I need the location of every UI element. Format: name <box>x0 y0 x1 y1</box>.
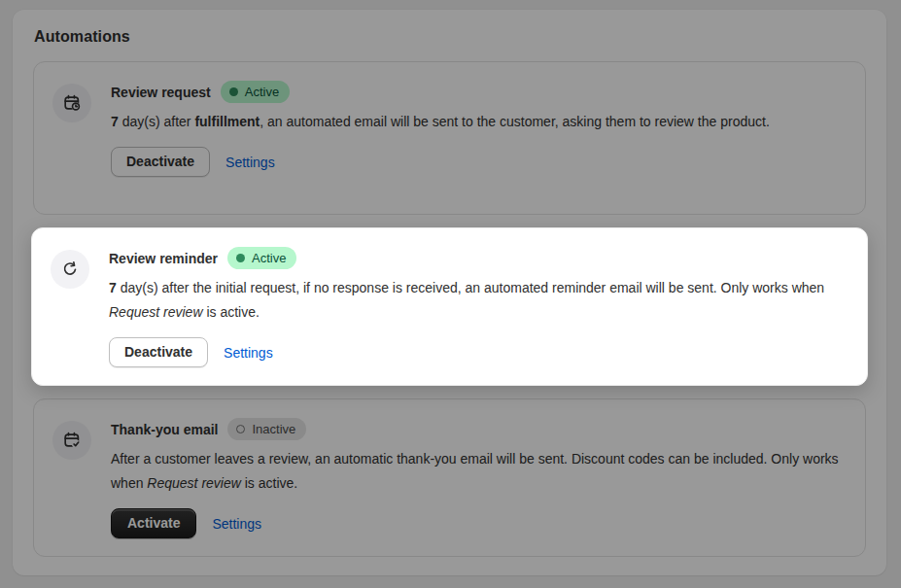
calendar-check-icon <box>52 421 91 460</box>
settings-link[interactable]: Settings <box>225 155 275 170</box>
automation-description: 7 day(s) after the initial request, if n… <box>109 276 849 325</box>
status-label: Inactive <box>252 421 295 437</box>
automation-title: Thank-you email <box>111 422 218 437</box>
automation-title: Review request <box>111 85 211 100</box>
deactivate-button[interactable]: Deactivate <box>111 147 210 177</box>
active-dot-icon <box>236 254 245 262</box>
refresh-icon <box>51 250 89 289</box>
active-dot-icon <box>229 87 238 96</box>
status-label: Active <box>245 84 279 100</box>
settings-link[interactable]: Settings <box>224 345 273 361</box>
status-badge: Active <box>221 81 290 103</box>
card-content: Review reminder Active 7 day(s) after th… <box>109 246 849 367</box>
automation-card-review-request: Review request Active 7 day(s) after ful… <box>33 61 866 215</box>
status-badge: Inactive <box>227 418 306 440</box>
status-label: Active <box>252 250 286 266</box>
card-content: Thank-you email Inactive After a custome… <box>111 417 847 538</box>
automation-description: 7 day(s) after fulfillment, an automated… <box>111 110 847 134</box>
automation-card-review-reminder: Review reminder Active 7 day(s) after th… <box>31 227 868 386</box>
automation-card-list: Review request Active 7 day(s) after ful… <box>33 61 866 557</box>
inactive-circle-icon <box>236 425 245 433</box>
card-content: Review request Active 7 day(s) after ful… <box>111 80 847 196</box>
automations-panel: Automations Review request <box>13 10 886 575</box>
settings-link[interactable]: Settings <box>212 516 261 532</box>
status-badge: Active <box>227 247 296 269</box>
calendar-clock-icon <box>52 84 91 122</box>
automation-title: Review reminder <box>109 251 218 266</box>
activate-button[interactable]: Activate <box>111 508 196 538</box>
automation-card-thank-you-email: Thank-you email Inactive After a custome… <box>33 398 866 557</box>
page-title: Automations <box>34 28 866 46</box>
deactivate-button[interactable]: Deactivate <box>109 337 208 367</box>
automation-description: After a customer leaves a review, an aut… <box>111 447 847 496</box>
